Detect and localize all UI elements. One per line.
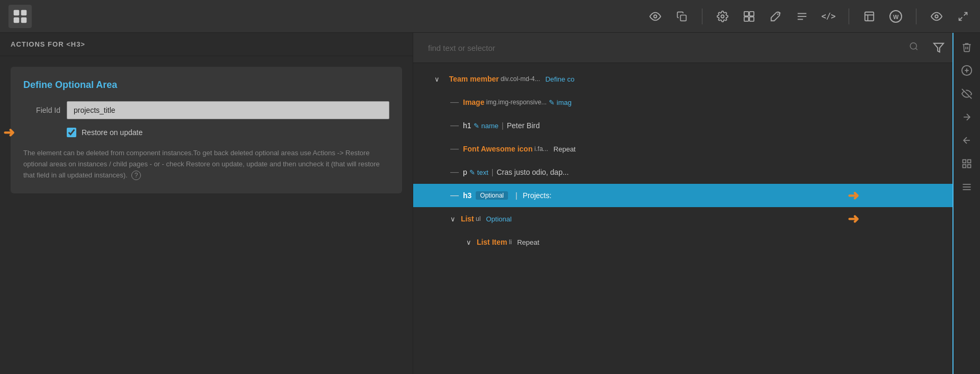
h1-edit-icon: ✎	[474, 122, 479, 130]
p-value: Cras justo odio, dap...	[496, 168, 568, 176]
svg-text:W: W	[893, 14, 899, 20]
field-id-label: Field Id	[23, 106, 60, 114]
svg-rect-15	[865, 12, 874, 21]
image-name: Image	[463, 98, 484, 106]
left-panel: ACTIONS FOR <h3> Define Optional Area Fi…	[0, 33, 413, 374]
eye-icon[interactable]	[647, 8, 664, 25]
grid-icon[interactable]	[957, 154, 977, 174]
list-item-repeat: Repeat	[517, 238, 539, 246]
svg-point-20	[935, 15, 938, 18]
arrow-to-checkbox: ➜	[3, 124, 15, 141]
svg-line-21	[964, 12, 967, 15]
add-circle-icon[interactable]	[957, 60, 977, 81]
h3-value: Projects:	[523, 191, 551, 200]
image-edit-icon: ✎	[549, 99, 555, 106]
brush-icon[interactable]	[767, 8, 784, 25]
list-optional: Optional	[486, 215, 511, 223]
tree-item-image[interactable]: — Image img.img-responsive... ✎ imag	[413, 91, 980, 114]
main-layout: ACTIONS FOR <h3> Define Optional Area Fi…	[0, 33, 980, 374]
list-tag: ul	[474, 215, 481, 222]
hide-icon[interactable]	[957, 84, 977, 104]
component-icon[interactable]	[741, 8, 758, 25]
toggle-team-member: ∨	[434, 75, 440, 83]
svg-line-11	[777, 13, 778, 14]
field-id-row: Field Id	[23, 101, 389, 119]
right-panel-header: </>	[413, 33, 980, 63]
search-wrap	[422, 39, 924, 57]
svg-rect-8	[750, 11, 754, 15]
svg-point-23	[910, 43, 916, 49]
team-member-extra: Define co	[545, 75, 574, 83]
fa-extra: Repeat	[554, 145, 576, 153]
svg-rect-33	[968, 160, 971, 163]
fullscreen-icon[interactable]	[955, 8, 972, 25]
tree-item-h3[interactable]: ➜ — h3 Optional | Projects:	[413, 184, 980, 207]
p-dash: —	[450, 167, 459, 177]
svg-rect-7	[744, 11, 749, 15]
arrow-left-icon[interactable]	[957, 130, 977, 150]
list-name: List	[459, 215, 474, 223]
list-item-name: List Item	[475, 238, 507, 246]
eye2-icon[interactable]	[928, 8, 945, 25]
tree-item-font-awesome[interactable]: — Font Awesome icon i.fa... Repeat	[413, 137, 980, 161]
image-tag: img.img-responsive...	[484, 99, 546, 106]
arrow-to-h3: ➜	[848, 188, 859, 204]
team-member-tag: div.col-md-4...	[499, 75, 540, 83]
svg-rect-0	[14, 10, 20, 15]
align-icon[interactable]	[794, 8, 810, 25]
svg-line-24	[915, 48, 917, 50]
field-id-input[interactable]	[67, 101, 389, 119]
logo[interactable]	[8, 5, 32, 28]
arrow-right-icon[interactable]	[957, 107, 977, 127]
tree-item-p[interactable]: — p ✎ text | Cras justo odio, dap...	[413, 161, 980, 184]
tree-item-h1[interactable]: — h1 ✎ name | Peter Bird	[413, 114, 980, 137]
svg-point-6	[721, 15, 724, 18]
help-icon[interactable]: ?	[131, 171, 141, 180]
layout-icon[interactable]	[861, 8, 878, 25]
top-toolbar: </> W	[0, 0, 980, 33]
side-icons-bar	[952, 33, 980, 374]
tree-item-list[interactable]: ➜ ∨ List ul Optional	[413, 207, 980, 230]
right-panel: </> ∨ Team member div.col-md-4... Define…	[413, 33, 980, 374]
define-optional-area-title: Define Optional Area	[23, 79, 389, 91]
list2-icon[interactable]	[957, 177, 977, 197]
h1-value: Peter Bird	[507, 121, 540, 130]
restore-on-update-checkbox[interactable]	[67, 128, 76, 137]
fa-tag: i.fa...	[532, 145, 548, 153]
image-extra: imag	[557, 99, 572, 106]
tree-area: ∨ Team member div.col-md-4... Define co …	[413, 63, 980, 374]
svg-rect-3	[21, 17, 27, 23]
svg-rect-5	[681, 15, 687, 21]
code-icon[interactable]: </>	[820, 8, 837, 25]
toolbar-icons: </> W	[647, 8, 972, 25]
svg-rect-1	[21, 10, 27, 15]
actions-header: ACTIONS FOR <h3>	[0, 33, 413, 56]
fa-dash: —	[450, 144, 459, 154]
svg-rect-35	[968, 165, 971, 168]
search-input[interactable]	[422, 39, 924, 57]
image-dash: —	[450, 97, 459, 107]
divider3	[916, 8, 916, 24]
left-panel-content: Define Optional Area Field Id ➜ Restore …	[0, 56, 413, 374]
tree-item-list-item[interactable]: ∨ List Item li Repeat	[413, 230, 980, 254]
define-optional-area-box: Define Optional Area Field Id ➜ Restore …	[11, 67, 402, 193]
p-edit-icon: ✎	[469, 168, 475, 176]
team-member-name: Team member	[449, 75, 499, 83]
copy-icon[interactable]	[673, 8, 690, 25]
logo-icon	[13, 9, 28, 24]
fa-name: Font Awesome icon	[463, 145, 532, 153]
h3-dash: —	[450, 191, 459, 200]
list-toggle: ∨	[450, 215, 456, 223]
delete-icon[interactable]	[957, 37, 977, 57]
info-text: The element can be deleted from componen…	[23, 148, 389, 181]
h3-optional-badge: Optional	[476, 191, 508, 200]
h1-field-name: name	[482, 122, 499, 130]
svg-marker-25	[934, 43, 943, 52]
svg-rect-32	[963, 160, 966, 163]
settings-icon[interactable]	[714, 8, 731, 25]
filter-icon[interactable]	[929, 38, 948, 57]
wp-icon[interactable]: W	[887, 8, 904, 25]
tree-item-team-member[interactable]: ∨ Team member div.col-md-4... Define co	[413, 67, 980, 91]
list-item-tag: li	[507, 238, 512, 246]
checkbox-row: ➜ Restore on update	[67, 128, 389, 137]
